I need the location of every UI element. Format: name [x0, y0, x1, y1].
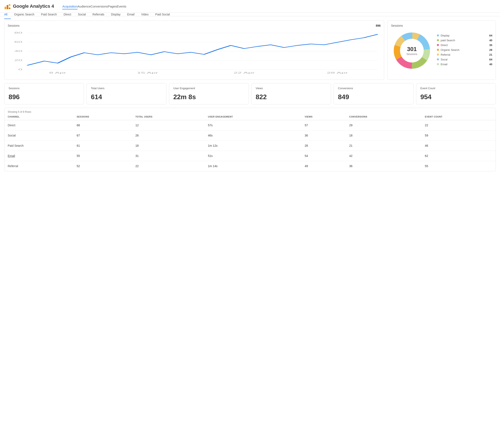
data-cell: 29 [346, 120, 422, 130]
legend-label: Direct [441, 44, 448, 47]
svg-rect-1 [7, 5, 8, 9]
sub-nav-item-email[interactable]: Email [124, 10, 138, 19]
line-chart-title: Sessions [8, 24, 20, 27]
sub-nav: AllOrganic SearchPaid SearchDirectSocial… [0, 13, 500, 16]
donut-center: 301 Sessions [406, 46, 418, 56]
legend-item: paid Search 40 [437, 39, 492, 42]
channel-cell: Direct [4, 120, 73, 130]
data-cell: 62 [422, 151, 496, 161]
kpi-value: 614 [91, 93, 162, 101]
data-cell: 51s [204, 151, 301, 161]
legend-value: 21 [489, 53, 492, 56]
data-cell: 46 [422, 141, 496, 151]
data-cell: 12 [132, 120, 204, 130]
channel-cell: Social [4, 130, 73, 141]
data-cell: 1m 12s [204, 141, 301, 151]
logo: Google Analytics 4 [4, 3, 54, 10]
legend-item: Organic Search 28 [437, 48, 492, 51]
legend-dot [437, 63, 439, 65]
legend-item: Referral 21 [437, 53, 492, 56]
legend-left: Organic Search [437, 48, 459, 51]
app-title: Google Analytics 4 [13, 3, 54, 9]
legend-left: Display [437, 34, 450, 37]
col-header-event-count: EVENT COUNT [422, 113, 496, 120]
line-chart-total: 896 [376, 24, 381, 27]
channel-cell: Paid Search [4, 141, 73, 151]
legend-item: Display 64 [437, 34, 492, 37]
data-cell: 22 [132, 161, 204, 171]
legend-item: Direct 35 [437, 44, 492, 47]
data-cell: 55 [422, 161, 496, 171]
col-header-channel: CHANNEL [4, 113, 73, 120]
donut-content: 301 Sessions Display 64 paid Search 40 D… [391, 30, 492, 71]
kpi-card-user-engagement: User Engagement 22m 8s [169, 83, 249, 104]
svg-text:80: 80 [14, 32, 22, 34]
donut-center-label: Sessions [406, 52, 418, 56]
legend-dot [437, 44, 439, 46]
nav-item-events[interactable]: Events [117, 5, 126, 9]
sub-nav-item-all[interactable]: All [4, 10, 11, 19]
kpi-card-conversions: Conversions 849 [334, 83, 413, 104]
svg-point-2 [9, 7, 10, 9]
data-cell: 18 [132, 141, 204, 151]
donut-svg-wrap: 301 Sessions [391, 30, 433, 71]
legend-value: 40 [489, 63, 492, 66]
table-subtitle: Showing 5 of 8 Rows [4, 108, 496, 113]
table-row: Referral52221m 14s493655 [4, 161, 496, 171]
legend-value: 64 [489, 34, 492, 37]
logo-icon [4, 3, 11, 10]
table-card: Showing 5 of 8 Rows CHANNELSESSIONSTOTAL… [4, 108, 496, 171]
sub-nav-item-social[interactable]: Social [75, 10, 89, 19]
sub-nav-item-organic-search[interactable]: Organic Search [11, 10, 38, 19]
svg-text:60: 60 [14, 41, 22, 43]
data-cell: 36 [346, 161, 422, 171]
sub-nav-item-direct[interactable]: Direct [60, 10, 75, 19]
legend-label: Socal [441, 58, 448, 61]
kpi-card-sessions: Sessions 896 [4, 83, 84, 104]
sub-nav-item-video[interactable]: Video [138, 10, 152, 19]
data-cell: 46s [204, 130, 301, 141]
sub-nav-item-paid-search[interactable]: Paid Search [38, 10, 60, 19]
legend-label: paid Search [441, 39, 455, 42]
table-row: Direct681257s572922 [4, 120, 496, 130]
sub-nav-item-referrals[interactable]: Referrals [89, 10, 108, 19]
data-cell: 36 [301, 130, 346, 141]
legend-label: Email [441, 63, 448, 66]
data-cell: 21 [346, 141, 422, 151]
donut-chart-card: Sessions [388, 20, 496, 80]
legend-value: 64 [489, 58, 492, 61]
kpi-value: 822 [256, 93, 327, 101]
donut-center-value: 301 [406, 46, 418, 52]
nav-item-audience[interactable]: Audience [78, 5, 91, 9]
table-row: Paid Search61181m 12s282146 [4, 141, 496, 151]
data-cell: 1m 14s [204, 161, 301, 171]
nav-item-conversions[interactable]: Conversions [90, 5, 108, 9]
donut-chart-header: Sessions [391, 24, 492, 27]
data-cell: 57s [204, 120, 301, 130]
legend-dot [437, 34, 439, 36]
table-head: CHANNELSESSIONSTOTAL USERSUSER ENGAGEMEN… [4, 113, 496, 120]
legend-dot [437, 58, 439, 60]
sub-nav-item-paid-social[interactable]: Paid Social [152, 10, 173, 19]
data-cell: 57 [301, 120, 346, 130]
kpi-label: Total Users [91, 87, 162, 90]
channel-cell[interactable]: Email [4, 151, 73, 161]
line-chart-card: Sessions 896 80 60 40 20 0 8 Apr 15 Apr … [4, 20, 384, 80]
kpi-card-total-users: Total Users 614 [86, 83, 166, 104]
svg-text:20: 20 [14, 59, 22, 62]
kpi-value: 954 [421, 93, 491, 101]
data-cell: 54 [301, 151, 346, 161]
svg-text:22 Apr: 22 Apr [234, 71, 255, 74]
nav-item-acquisition[interactable]: Acquisition [62, 5, 78, 9]
legend-value: 40 [489, 39, 492, 42]
table-row: Social672646s361859 [4, 130, 496, 141]
sub-nav-item-display[interactable]: Display [108, 10, 124, 19]
kpi-value: 22m 8s [173, 93, 244, 101]
charts-row: Sessions 896 80 60 40 20 0 8 Apr 15 Apr … [4, 20, 496, 80]
line-chart-svg: 80 60 40 20 0 8 Apr 15 Apr 22 Apr 28 Apr [8, 30, 381, 76]
legend-dot [437, 39, 439, 41]
data-cell: 31 [132, 151, 204, 161]
kpi-value: 896 [9, 93, 79, 101]
nav-item-pages[interactable]: Pages [108, 5, 117, 9]
data-cell: 49 [301, 161, 346, 171]
